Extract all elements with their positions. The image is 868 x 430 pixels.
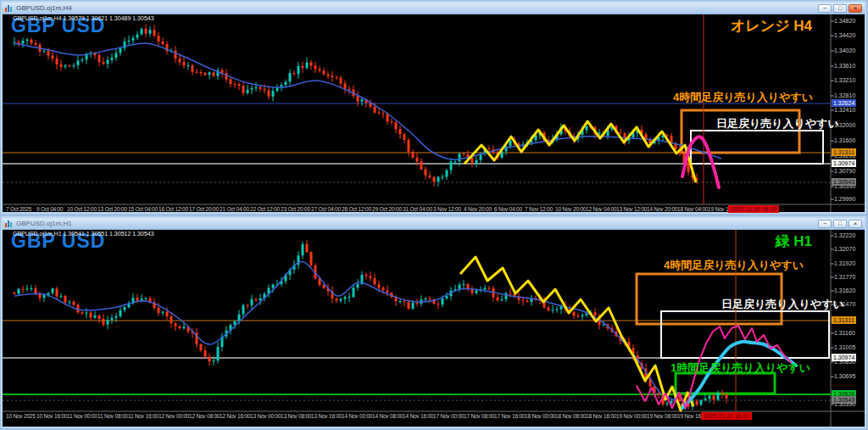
time-tick-label: 12 Nov 04:00 [586, 206, 616, 212]
time-tick-label: 10 Nov 2025 [6, 413, 36, 419]
price-level-badge: 1.31311 [832, 148, 856, 156]
mt4-workspace: GBPUSD.oj1m,H4 − □ × GBP USD GBPUSD.oj1m… [0, 0, 868, 430]
pink-projection-line [682, 137, 719, 187]
time-tick-label: 3 Nov 12:00 [433, 206, 461, 212]
time-tick-label: 4 Nov 20:00 [464, 206, 492, 212]
price-tick-label: 1.29990 [834, 196, 855, 203]
window-title: GBPUSD.oj1m,H1 [16, 219, 72, 229]
time-tick-label: 13 Nov 16:00 [311, 413, 342, 419]
cursor-time-badge: 2025.11.20 16:00 [701, 412, 752, 420]
close-button[interactable]: × [849, 4, 862, 13]
price-level-badge: 1.32624 [832, 99, 856, 107]
price-tick-label: 1.34020 [834, 47, 855, 54]
daily-sell-zone-box[interactable] [661, 311, 829, 358]
time-tick-label: 17 Nov 16:00 [494, 413, 525, 419]
time-tick-label: 6 Nov 04:00 [494, 206, 522, 212]
h4-sell-zone-label[interactable]: 4時間足戻り売り入りやすい [664, 258, 804, 273]
price-tick-label: 1.31620 [834, 288, 855, 294]
price-level-badge: 1.31311 [832, 316, 856, 324]
price-tick-label: 1.30695 [834, 373, 855, 380]
price-tick-label: 1.34420 [834, 32, 855, 39]
time-tick-label: 31 Oct 04:00 [403, 206, 432, 212]
price-tick-label: 1.32810 [834, 92, 855, 99]
price-tick-label: 1.34820 [834, 18, 855, 25]
chart-icon [5, 220, 14, 227]
time-tick-label: 12 Nov 08:00 [189, 413, 220, 419]
time-tick-label: 28 Oct 12:00 [342, 206, 371, 212]
candlesticks [14, 240, 728, 410]
zigzag-line [460, 257, 693, 410]
time-tick-label: 16 Oct 12:00 [159, 206, 188, 212]
window-controls: − □ × [818, 4, 862, 13]
window-controls: − □ × [818, 220, 862, 228]
zigzag-line [465, 121, 696, 182]
price-tick-label: 1.32410 [834, 107, 855, 114]
price-level-badge: 1.30543 [832, 178, 856, 186]
time-tick-label: 14 Nov 20:00 [647, 206, 677, 212]
time-tick-label: 18 Nov 04:00 [677, 206, 708, 212]
price-tick-label: 1.32070 [834, 246, 855, 253]
time-tick-label: 22 Oct 12:00 [250, 206, 280, 212]
time-tick-label: 17 Nov 08:00 [464, 413, 494, 419]
chart-icon [5, 4, 14, 12]
time-tick-label: 7 Nov 12:00 [525, 206, 553, 212]
minimize-button[interactable]: − [818, 4, 832, 13]
time-tick-label: 11 Nov 00:00 [67, 413, 97, 419]
price-tick-label: 1.31005 [834, 344, 855, 351]
time-tick-label: 9 Oct 04:00 [36, 206, 63, 212]
time-tick-label: 10 Nov 20:00 [555, 206, 586, 212]
titlebar-h1[interactable]: GBPUSD.oj1m,H1 − □ × [3, 218, 865, 230]
chart-area-h4[interactable] [3, 14, 865, 212]
h4-sell-zone-label[interactable]: 4時間足戻り売り入りやすい [673, 90, 813, 105]
chart-window-h1: GBPUSD.oj1m,H1 − □ × GBP USD GBPUSD.oj1m… [1, 216, 866, 428]
ohlc-info-line: GBPUSD.oj1m,H1 1.30541 1.30551 1.30512 1… [13, 231, 154, 237]
time-tick-label: 17 Oct 20:00 [189, 206, 219, 212]
time-tick-label: 19 Nov 00:00 [616, 413, 647, 419]
daily-sell-zone-label[interactable]: 日足戻り売り入りやすい [716, 116, 839, 131]
time-tick-label: 19 Nov 08:00 [647, 413, 677, 419]
time-tick-label: 13 Nov 12:00 [616, 206, 647, 212]
time-tick-label: 18 Nov 16:00 [586, 413, 616, 419]
close-button[interactable]: × [849, 220, 862, 228]
h1-sell-zone-label[interactable]: 1時間足戻り売り入りやすい [670, 360, 810, 376]
time-tick-label: 18 Nov 08:00 [555, 413, 586, 419]
time-tick-label: 29 Oct 20:00 [372, 206, 402, 212]
time-tick-label: 10 Oct 12:00 [67, 206, 97, 212]
titlebar-h4[interactable]: GBPUSD.oj1m,H4 − □ × [3, 3, 865, 14]
time-tick-label: 10 Nov 16:00 [36, 413, 67, 419]
time-tick-label: 11 Nov 16:00 [128, 413, 159, 419]
time-tick-label: 14 Nov 16:00 [403, 413, 433, 419]
time-tick-label: 12 Nov 00:00 [159, 413, 189, 419]
chart-window-h4: GBPUSD.oj1m,H4 − □ × GBP USD GBPUSD.oj1m… [1, 1, 866, 214]
timeframe-note-label: オレンジ H4 [731, 16, 812, 36]
price-tick-label: 1.31160 [834, 330, 855, 337]
price-tick-label: 1.31920 [834, 260, 855, 267]
price-tick-label: 1.31600 [834, 137, 855, 144]
time-tick-label: 23 Oct 20:00 [281, 206, 310, 212]
time-tick-label: 15 Oct 04:00 [128, 206, 158, 212]
time-tick-label: 21 Oct 04:00 [220, 206, 249, 212]
price-tick-label: 1.33210 [834, 77, 855, 84]
time-tick-label: 12 Nov 16:00 [220, 413, 250, 419]
time-tick-label: 13 Nov 00:00 [250, 413, 281, 419]
price-level-badge: 1.30974 [832, 159, 856, 167]
time-tick-label: 7 Oct 2025 [6, 206, 31, 212]
time-tick-label: 18 Nov 00:00 [525, 413, 555, 419]
price-level-badge: 1.30974 [832, 354, 856, 361]
time-tick-label: 17 Nov 00:00 [433, 413, 464, 419]
window-title: GBPUSD.oj1m,H4 [16, 3, 72, 14]
restore-button[interactable]: □ [833, 4, 847, 13]
time-tick-label: 14 Nov 00:00 [342, 413, 372, 419]
price-tick-label: 1.33610 [834, 63, 855, 70]
price-tick-label: 1.30790 [834, 168, 855, 175]
cursor-time-badge: 2025.11.20 16:00 [728, 205, 779, 213]
minimize-button[interactable]: − [818, 220, 832, 228]
price-level-badge: 1.30543 [832, 396, 856, 404]
moving-average-line [14, 261, 686, 410]
time-tick-label: 13 Oct 20:00 [97, 206, 127, 212]
restore-button[interactable]: □ [833, 220, 847, 228]
time-tick-label: 14 Nov 08:00 [372, 413, 403, 419]
time-tick-label: 13 Nov 08:00 [281, 413, 311, 419]
daily-sell-zone-label[interactable]: 日足戻り売り入りやすい [721, 297, 844, 312]
time-tick-label: 27 Oct 04:00 [311, 206, 341, 212]
